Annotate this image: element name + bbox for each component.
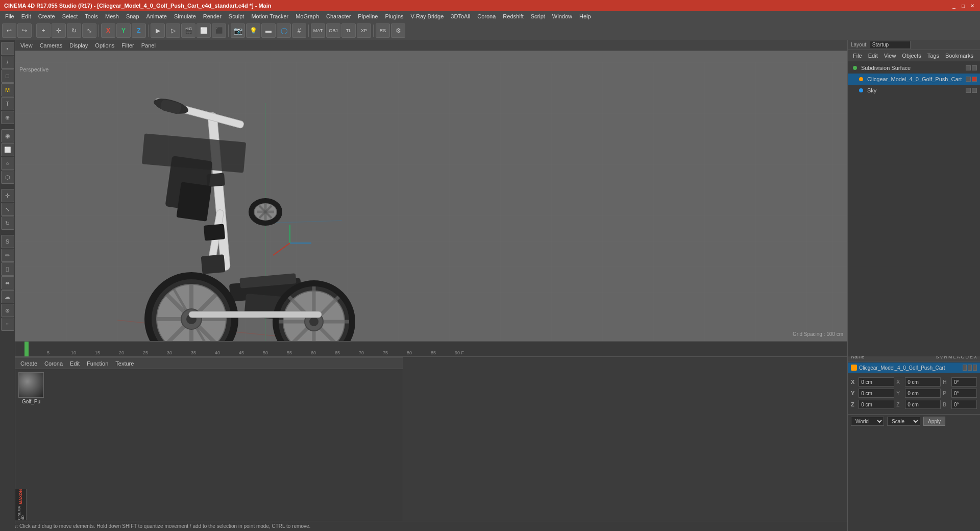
menu-snap[interactable]: Snap	[123, 12, 142, 20]
move-button[interactable]: ✛	[1, 189, 14, 202]
viewport-canvas[interactable]: Perspective	[15, 51, 847, 341]
material-button[interactable]: MAT	[311, 23, 325, 38]
viewport-menu-view[interactable]: View	[17, 41, 36, 50]
menu-corona[interactable]: Corona	[474, 12, 499, 20]
sm-tags-menu[interactable]: Tags	[925, 52, 941, 60]
poly-select-button[interactable]: ⬡	[1, 171, 14, 184]
smooth-button[interactable]: ≈	[1, 318, 14, 331]
coord-z-pos[interactable]	[859, 400, 894, 409]
viewport-menu-options[interactable]: Options	[92, 41, 117, 50]
sky-button[interactable]: ◯	[277, 23, 291, 38]
coord-b-val[interactable]	[951, 400, 977, 409]
menu-animate[interactable]: Animate	[143, 12, 170, 20]
knife-button[interactable]: ⌷	[1, 262, 14, 276]
menu-motion-tracker[interactable]: Motion Tracker	[248, 12, 291, 20]
viewport-menu-cameras[interactable]: Cameras	[37, 41, 66, 50]
close-button[interactable]: ✕	[969, 2, 976, 9]
viewport-menu-display[interactable]: Display	[66, 41, 91, 50]
material-slot[interactable]: Golf_Pu	[18, 372, 44, 404]
timeline[interactable]: 0 5 10 15 20 25 30 35 40 45 50 55 60 65 …	[15, 341, 847, 356]
mat-edit-menu[interactable]: Edit	[67, 359, 83, 368]
scale-button[interactable]: ⤡	[1, 203, 14, 216]
xpresso-button[interactable]: XP	[357, 23, 371, 38]
obj-axis-button[interactable]: ⊕	[1, 111, 14, 124]
obj-render-icon[interactable]	[972, 65, 977, 70]
menu-file[interactable]: File	[2, 12, 17, 20]
menu-3dtoall[interactable]: 3DToAll	[448, 12, 473, 20]
preferences-button[interactable]: ⚙	[391, 23, 405, 38]
maximize-button[interactable]: □	[960, 2, 967, 9]
menu-tools[interactable]: Tools	[82, 12, 101, 20]
menu-select[interactable]: Select	[59, 12, 81, 20]
texture-mode-button[interactable]: T	[1, 97, 14, 110]
mat-corona-menu[interactable]: Corona	[41, 359, 66, 368]
world-dropdown[interactable]: World Local	[851, 417, 884, 426]
menu-mesh[interactable]: Mesh	[102, 12, 122, 20]
viewport-menu-panel[interactable]: Panel	[138, 41, 159, 50]
menu-simulate[interactable]: Simulate	[171, 12, 199, 20]
light-button[interactable]: 💡	[246, 23, 260, 38]
sm-view-menu[interactable]: View	[882, 52, 898, 60]
mat-function-menu[interactable]: Function	[84, 359, 111, 368]
sky-vis-icon[interactable]	[966, 88, 971, 93]
sm-edit-menu[interactable]: Edit	[866, 52, 880, 60]
model-mode-button[interactable]: M	[1, 83, 14, 96]
menu-create[interactable]: Create	[35, 12, 58, 20]
sm-file-menu[interactable]: File	[851, 52, 864, 60]
menu-render[interactable]: Render	[200, 12, 225, 20]
camera-button[interactable]: 📷	[231, 23, 245, 38]
y-axis-button[interactable]: Y	[116, 23, 131, 38]
menu-sculpt[interactable]: Sculpt	[226, 12, 248, 20]
rotate-tool-button[interactable]: ↻	[67, 23, 81, 38]
bridge-button[interactable]: ⬌	[1, 276, 14, 289]
floor-button[interactable]: ▬	[261, 23, 276, 38]
rect-select-button[interactable]: ⬜	[1, 143, 14, 156]
layout-dropdown[interactable]: Startup	[870, 41, 911, 49]
region-render-button[interactable]: ⬛	[212, 23, 226, 38]
obj-vis-icon[interactable]	[966, 65, 971, 70]
render-button[interactable]: ▶	[151, 23, 165, 38]
scene-object-golf-cart[interactable]: Clicgear_Model_4_0_Golf_Push_Cart	[848, 74, 980, 85]
sm-bookmarks-menu[interactable]: Bookmarks	[943, 52, 975, 60]
coord-x-pos2[interactable]	[905, 377, 941, 387]
x-axis-button[interactable]: X	[101, 23, 115, 38]
live-select-button[interactable]: ◉	[1, 129, 14, 142]
scene-object-subdiv[interactable]: Subdivision Surface	[848, 62, 980, 74]
coord-x-pos[interactable]	[859, 377, 894, 387]
menu-vray[interactable]: V-Ray Bridge	[408, 12, 447, 20]
timeline-button[interactable]: TL	[341, 23, 356, 38]
attr-obj-golf-cart[interactable]: Clicgear_Model_4_0_Golf_Push_Cart	[848, 363, 980, 373]
coord-y-pos[interactable]	[859, 389, 894, 398]
edge-mode-button[interactable]: /	[1, 56, 14, 69]
menu-plugins[interactable]: Plugins	[382, 12, 406, 20]
coord-z-pos2[interactable]	[905, 400, 941, 409]
viewport-menu-filter[interactable]: Filter	[118, 41, 137, 50]
menu-help[interactable]: Help	[576, 12, 594, 20]
scale-dropdown[interactable]: Scale	[887, 417, 920, 426]
menu-redshift[interactable]: Redshift	[500, 12, 526, 20]
mat-create-menu[interactable]: Create	[17, 359, 40, 368]
minimize-button[interactable]: _	[950, 2, 958, 9]
rotate-button[interactable]: ↻	[1, 216, 14, 230]
menu-edit[interactable]: Edit	[18, 12, 34, 20]
coord-h-val[interactable]	[951, 377, 977, 387]
flag-v[interactable]	[968, 365, 972, 371]
redo-button[interactable]: ↪	[17, 23, 32, 38]
object-manager-button[interactable]: OBJ	[326, 23, 340, 38]
sky-render-icon[interactable]	[972, 88, 977, 93]
gc-render-icon[interactable]	[972, 77, 977, 82]
timeline-ruler[interactable]: 0 5 10 15 20 25 30 35 40 45 50 55 60 65 …	[15, 342, 847, 356]
spline-button[interactable]: S	[1, 235, 14, 248]
new-object-button[interactable]: +	[36, 23, 51, 38]
brush-button[interactable]: ⊛	[1, 304, 14, 317]
material-preview[interactable]	[18, 372, 44, 398]
sm-objects-menu[interactable]: Objects	[900, 52, 923, 60]
mat-texture-menu[interactable]: Texture	[112, 359, 137, 368]
menu-character[interactable]: Character	[323, 12, 354, 20]
lasso-select-button[interactable]: ○	[1, 157, 14, 170]
gc-vis-icon[interactable]	[966, 77, 971, 82]
undo-button[interactable]: ↩	[2, 23, 16, 38]
flag-s[interactable]	[963, 365, 967, 371]
point-mode-button[interactable]: •	[1, 42, 14, 55]
menu-script[interactable]: Script	[528, 12, 548, 20]
